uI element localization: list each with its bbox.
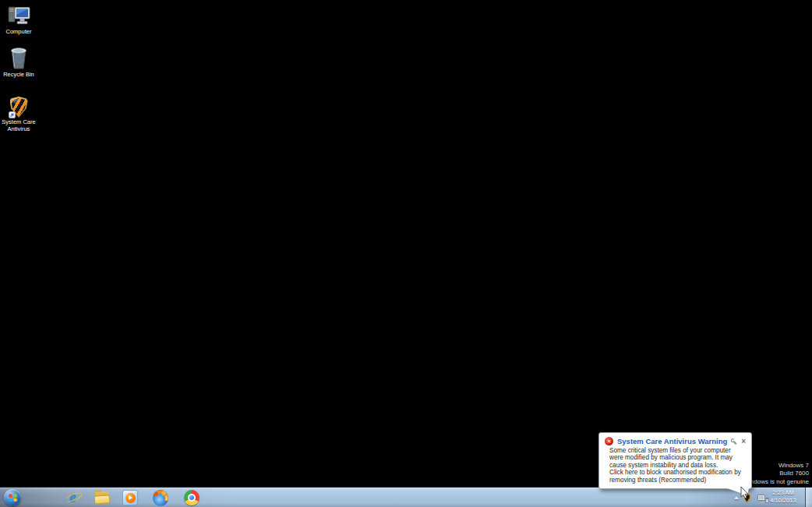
notification-link-text[interactable]: Click here to block unathorised modifica… (609, 469, 745, 484)
notification-title: System Care Antivirus Warning (617, 437, 730, 445)
windows-watermark: Windows 7 Build 7600 ndows is not genuin… (750, 462, 809, 487)
taskbar-button-media-player[interactable] (122, 490, 138, 505)
clock-time: 2:23 AM (764, 489, 803, 497)
watermark-line: ndows is not genuine (750, 478, 809, 487)
windows-flag-icon (8, 494, 16, 502)
error-icon: × (605, 437, 613, 445)
arrow-cursor (740, 487, 750, 503)
watermark-line: Build 7600 (750, 470, 809, 478)
desktop-icon-system-care-antivirus[interactable]: ➔ System Care Antivirus (0, 94, 37, 132)
firefox-icon (153, 490, 168, 506)
start-button[interactable] (4, 489, 21, 506)
taskbar-button-chrome[interactable] (184, 490, 199, 505)
notification-text: Some critical system files of your compu… (609, 447, 745, 469)
clock-date: 4/10/2013 (764, 497, 803, 505)
notification-body[interactable]: Some critical system files of your compu… (599, 446, 751, 488)
taskbar: e (0, 487, 812, 507)
tray-clock[interactable]: 2:23 AM 4/10/2013 (764, 489, 803, 505)
notification-balloon[interactable]: × System Care Antivirus Warning × Some c… (598, 432, 752, 489)
desktop-icon-label: Computer (0, 29, 37, 36)
chrome-icon (184, 490, 199, 505)
computer-icon (0, 4, 37, 27)
close-icon[interactable]: × (741, 438, 746, 445)
desktop-icon-label: Recycle Bin (0, 72, 37, 79)
watermark-line: Windows 7 (750, 462, 809, 470)
desktop-icon-computer[interactable]: Computer (0, 4, 37, 36)
recycle-bin-icon (0, 47, 37, 70)
desktop-icon-label: System Care Antivirus (0, 119, 37, 132)
media-player-icon (122, 490, 138, 505)
shortcut-arrow-icon: ➔ (9, 111, 16, 118)
taskbar-button-firefox[interactable] (153, 490, 168, 505)
desktop: Computer Recycle Bin ➔ System Care Antiv… (0, 0, 812, 507)
antivirus-shield-icon: ➔ (0, 94, 37, 118)
chevron-up-icon[interactable] (734, 496, 739, 499)
wrench-icon[interactable] (730, 438, 737, 445)
taskbar-button-internet-explorer[interactable]: e (66, 490, 82, 505)
show-desktop-button[interactable] (805, 488, 812, 507)
internet-explorer-icon: e (66, 490, 82, 505)
taskbar-button-windows-explorer[interactable] (94, 490, 110, 505)
desktop-icon-recycle-bin[interactable]: Recycle Bin (0, 47, 37, 79)
folder-icon (94, 491, 110, 504)
